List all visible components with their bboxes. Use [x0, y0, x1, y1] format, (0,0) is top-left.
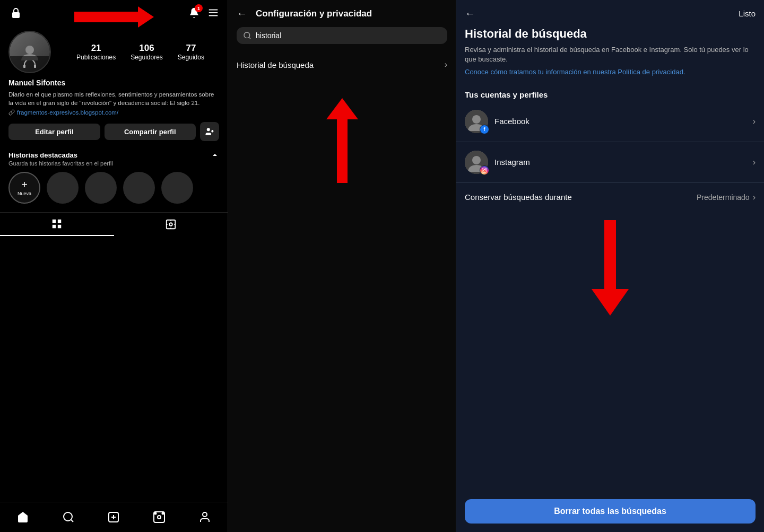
stories-header: Historias destacadas	[8, 151, 219, 159]
svg-point-26	[244, 32, 250, 38]
delete-all-searches-button[interactable]: Borrar todas las búsquedas	[465, 499, 756, 524]
profile-header: 1	[0, 0, 228, 25]
nav-home[interactable]	[0, 508, 46, 527]
search-history-description: Revisa y administra el historial de búsq…	[456, 45, 764, 67]
svg-point-22	[158, 516, 161, 519]
instagram-badge	[480, 165, 489, 175]
facebook-badge: f	[480, 125, 489, 134]
svg-rect-11	[58, 220, 61, 223]
tagged-tab[interactable]	[114, 213, 228, 236]
stories-section: Historias destacadas Guarda tus historia…	[0, 146, 228, 208]
svg-rect-12	[53, 225, 56, 228]
svg-rect-6	[34, 65, 36, 68]
profile-bio: Diario en el que plasmo mis reflexiones,…	[0, 89, 228, 108]
svg-rect-5	[23, 65, 25, 68]
avatar	[8, 31, 51, 73]
edit-profile-button[interactable]: Editar perfil	[8, 124, 100, 140]
svg-point-25	[203, 512, 207, 517]
settings-search-bar[interactable]	[237, 27, 447, 44]
search-history-panel: ← Listo Historial de búsqueda Revisa y a…	[456, 0, 764, 532]
svg-rect-14	[167, 220, 176, 229]
svg-point-16	[64, 512, 72, 521]
red-arrow-down-indicator	[456, 220, 764, 316]
instagram-label: Instagram	[494, 158, 530, 167]
story-item[interactable]	[161, 172, 193, 204]
action-buttons: Editar perfil Compartir perfil	[0, 117, 228, 146]
facebook-chevron-icon: ›	[753, 117, 756, 126]
bottom-navigation	[0, 502, 228, 532]
svg-point-33	[483, 169, 485, 171]
retention-chevron-icon: ›	[753, 193, 756, 202]
following-stat: 77 Seguidos	[178, 43, 204, 61]
publications-stat: 21 Publicaciones	[76, 43, 116, 61]
notification-icon-wrap[interactable]: 1	[188, 7, 200, 19]
instagram-profile-panel: 1	[0, 0, 228, 532]
grid-tab[interactable]	[0, 213, 114, 236]
retention-label: Conservar búsquedas durante	[465, 193, 572, 202]
share-profile-button[interactable]: Compartir perfil	[105, 124, 196, 140]
search-input[interactable]	[256, 31, 441, 40]
notification-badge: 1	[195, 4, 203, 12]
retention-value-row: Predeterminado ›	[697, 193, 756, 202]
account-divider	[456, 142, 764, 142]
search-result-historial[interactable]: Historial de búsqueda ›	[228, 53, 456, 77]
settings-header: ← Configuración y privacidad	[228, 0, 456, 27]
followers-stat: 106 Seguidores	[131, 43, 163, 61]
back-button-history[interactable]: ←	[465, 7, 475, 20]
svg-point-31	[472, 156, 481, 164]
facebook-account-left: f Facebook	[465, 110, 529, 133]
chevron-right-icon: ›	[445, 60, 447, 69]
retention-value: Predeterminado	[697, 193, 750, 202]
accounts-section-title: Tus cuentas y perfiles	[456, 86, 764, 103]
svg-line-27	[249, 37, 250, 39]
lock-icon	[8, 5, 23, 20]
header-right-icons: 1	[188, 7, 219, 19]
nav-add[interactable]	[91, 508, 137, 527]
instagram-account-left: Instagram	[465, 151, 530, 174]
svg-line-17	[71, 520, 73, 522]
bottom-button-area: Borrar todas las búsquedas	[456, 491, 764, 532]
add-person-button[interactable]	[200, 122, 219, 141]
search-history-header: ← Listo	[456, 0, 764, 27]
story-item[interactable]	[123, 172, 155, 204]
nav-profile[interactable]	[182, 508, 228, 527]
svg-point-15	[169, 223, 172, 226]
instagram-avatar	[465, 151, 488, 174]
profile-name: Manuel Sifontes	[0, 76, 228, 89]
red-arrow-right-indicator	[74, 6, 154, 28]
svg-rect-13	[58, 225, 61, 228]
stories-subtitle: Guarda tus historias favoritas en el per…	[8, 160, 219, 167]
profile-link[interactable]: fragmentos-expresivos.blogspot.com/	[0, 108, 228, 117]
new-story-button[interactable]: + Nueva	[8, 172, 40, 204]
retention-setting-item[interactable]: Conservar búsquedas durante Predetermina…	[456, 185, 764, 210]
svg-point-29	[472, 115, 481, 124]
settings-title: Configuración y privacidad	[256, 8, 372, 19]
back-button[interactable]: ←	[237, 7, 247, 20]
instagram-account-item[interactable]: Instagram ›	[456, 144, 764, 180]
svg-point-4	[25, 46, 34, 54]
nav-reels[interactable]	[136, 508, 182, 527]
story-item[interactable]	[85, 172, 117, 204]
profile-stats: 21 Publicaciones 106 Seguidores 77 Segui…	[62, 43, 219, 61]
search-icon	[243, 31, 251, 40]
story-item[interactable]	[47, 172, 79, 204]
search-history-title: Historial de búsqueda	[456, 27, 764, 45]
menu-icon[interactable]	[207, 7, 219, 19]
facebook-label: Facebook	[494, 117, 529, 126]
nav-search[interactable]	[46, 508, 91, 527]
svg-point-24	[162, 513, 164, 514]
content-tabs	[0, 212, 228, 236]
svg-point-34	[485, 169, 486, 169]
profile-info: 21 Publicaciones 106 Seguidores 77 Segui…	[0, 25, 228, 76]
facebook-account-item[interactable]: f Facebook ›	[456, 103, 764, 139]
section-divider	[456, 182, 764, 183]
svg-point-23	[155, 513, 157, 514]
red-arrow-up-indicator	[228, 98, 456, 183]
instagram-chevron-icon: ›	[753, 158, 756, 167]
privacy-policy-link[interactable]: Conoce cómo tratamos tu información en n…	[456, 67, 764, 85]
stories-circles: + Nueva	[8, 172, 219, 204]
svg-rect-10	[53, 220, 56, 223]
done-button[interactable]: Listo	[739, 9, 756, 18]
settings-panel: ← Configuración y privacidad Historial d…	[228, 0, 456, 532]
svg-rect-0	[12, 12, 20, 18]
